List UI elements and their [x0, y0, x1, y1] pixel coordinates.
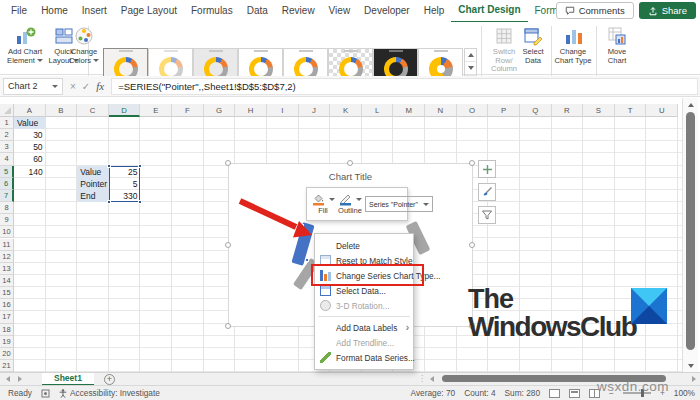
menu-tab-formulas[interactable]: Formulas [184, 0, 240, 22]
column-header-N[interactable]: N [425, 104, 457, 117]
row-header-7[interactable]: 7 [0, 190, 14, 202]
change-colors-button[interactable]: Change Colors [66, 25, 102, 65]
row-header-18[interactable]: 18 [0, 324, 14, 336]
menu-tab-data[interactable]: Data [240, 0, 275, 22]
column-header-D[interactable]: D [109, 104, 141, 117]
scroll-right-icon[interactable] [692, 376, 696, 382]
column-header-H[interactable]: H [235, 104, 267, 117]
gallery-up-button[interactable] [465, 49, 476, 62]
row-header-21[interactable]: 21 [0, 360, 14, 372]
page-layout-view-icon[interactable] [569, 389, 580, 398]
insert-function-icon[interactable]: fx [96, 80, 104, 92]
menu-tab-file[interactable]: File [4, 0, 34, 22]
column-header-F[interactable]: F [172, 104, 204, 117]
menu-tab-help[interactable]: Help [417, 0, 452, 22]
row-header-12[interactable]: 12 [0, 251, 14, 263]
fill-button[interactable]: Fill [311, 193, 335, 215]
menu-item-delete[interactable]: Delete [315, 238, 413, 253]
column-header-J[interactable]: J [299, 104, 331, 117]
gallery-down-button[interactable] [465, 62, 476, 75]
macro-record-icon[interactable] [41, 389, 50, 398]
scrollbar-splitter[interactable]: ⋮ [418, 374, 427, 383]
zoom-level[interactable]: 100% [674, 388, 695, 398]
column-header-P[interactable]: P [488, 104, 520, 117]
chart-handle-top-right[interactable] [469, 160, 475, 166]
next-sheet-icon[interactable] [18, 376, 22, 382]
status-sum[interactable]: Sum: 280 [505, 388, 541, 398]
cell-A5[interactable]: 140 [14, 166, 46, 178]
formula-input[interactable]: =SERIES("Pointer",,Sheet1!$D$5:$D$7,2) [111, 78, 698, 95]
chart-title[interactable]: Chart Title [229, 171, 472, 182]
chart-handle-mid-left[interactable] [225, 242, 231, 248]
menu-item-format-data-series[interactable]: Format Data Series... [315, 350, 413, 365]
add-chart-element-button[interactable]: Add Chart Element [4, 25, 46, 65]
change-chart-type-button[interactable]: Change Chart Type [554, 25, 592, 65]
menu-tab-page-layout[interactable]: Page Layout [114, 0, 184, 22]
menu-item-add-trendline[interactable]: Add Trendline... [315, 335, 413, 350]
new-sheet-button[interactable]: + [104, 374, 115, 385]
column-header-S[interactable]: S [583, 104, 615, 117]
menu-item-change-series-chart-type[interactable]: Change Series Chart Type... [315, 268, 413, 283]
row-header-1[interactable]: 1 [0, 117, 14, 129]
prev-sheet-icon[interactable] [6, 376, 10, 382]
scroll-down-icon[interactable] [683, 359, 699, 372]
column-header-B[interactable]: B [46, 104, 78, 117]
move-chart-button[interactable]: Move Chart [600, 25, 634, 65]
row-header-5[interactable]: 5 [0, 166, 14, 178]
row-header-8[interactable]: 8 [0, 202, 14, 214]
column-header-C[interactable]: C [77, 104, 109, 117]
column-header-L[interactable]: L [362, 104, 394, 117]
select-data-button[interactable]: Select Data [518, 25, 548, 65]
normal-view-icon[interactable] [549, 389, 560, 398]
column-header-R[interactable]: R [552, 104, 584, 117]
cell-D6[interactable]: 5 [109, 178, 141, 190]
cell-D5[interactable]: 25 [109, 166, 141, 178]
row-header-4[interactable]: 4 [0, 153, 14, 165]
column-header-O[interactable]: O [457, 104, 489, 117]
row-header-9[interactable]: 9 [0, 214, 14, 226]
cell-A4[interactable]: 60 [14, 153, 46, 165]
menu-item-select-data[interactable]: Select Data... [315, 283, 413, 298]
menu-tab-chart-design[interactable]: Chart Design [451, 0, 527, 23]
menu-item-3-d-rotation[interactable]: 3-D Rotation... [315, 298, 413, 313]
column-header-M[interactable]: M [393, 104, 425, 117]
menu-tab-insert[interactable]: Insert [75, 0, 114, 22]
row-header-10[interactable]: 10 [0, 226, 14, 238]
row-header-2[interactable]: 2 [0, 129, 14, 141]
row-header-13[interactable]: 13 [0, 263, 14, 275]
accessibility-status[interactable]: Accessibility: Investigate [59, 388, 160, 398]
share-button[interactable]: Share [639, 2, 696, 19]
sheet-tab-sheet1[interactable]: Sheet1 [42, 373, 94, 386]
column-header-A[interactable]: A [14, 104, 46, 117]
vertical-scroll-thumb[interactable] [686, 112, 695, 350]
chart-handle-mid-right[interactable] [469, 242, 475, 248]
cell-C5[interactable]: Value [77, 166, 109, 178]
cell-A1[interactable]: Value [14, 117, 46, 129]
row-header-17[interactable]: 17 [0, 311, 14, 323]
menu-tab-review[interactable]: Review [275, 0, 322, 22]
vertical-scrollbar[interactable] [682, 98, 698, 372]
row-header-16[interactable]: 16 [0, 299, 14, 311]
menu-tab-view[interactable]: View [322, 0, 358, 22]
cell-A2[interactable]: 30 [14, 129, 46, 141]
cell-C7[interactable]: End [77, 190, 109, 202]
chart-handle-top-left[interactable] [225, 160, 231, 166]
outline-button[interactable]: Outline [338, 193, 362, 215]
menu-tab-developer[interactable]: Developer [357, 0, 417, 22]
status-average[interactable]: Average: 70 [411, 388, 456, 398]
chart-filters-button[interactable] [478, 206, 496, 224]
enter-icon[interactable]: ✓ [82, 81, 90, 92]
row-header-6[interactable]: 6 [0, 178, 14, 190]
row-header-15[interactable]: 15 [0, 287, 14, 299]
column-header-Q[interactable]: Q [520, 104, 552, 117]
chart-handle-bottom-left[interactable] [225, 323, 231, 329]
cell-D7[interactable]: 330 [109, 190, 141, 202]
chart-handle-top-center[interactable] [347, 160, 353, 166]
menu-tab-home[interactable]: Home [34, 0, 75, 22]
row-header-19[interactable]: 19 [0, 336, 14, 348]
status-count[interactable]: Count: 4 [464, 388, 495, 398]
cancel-icon[interactable]: × [70, 81, 76, 92]
chart-elements-button[interactable] [478, 160, 496, 178]
menu-item-add-data-labels[interactable]: Add Data Labels› [315, 320, 413, 335]
cell-A3[interactable]: 50 [14, 141, 46, 153]
